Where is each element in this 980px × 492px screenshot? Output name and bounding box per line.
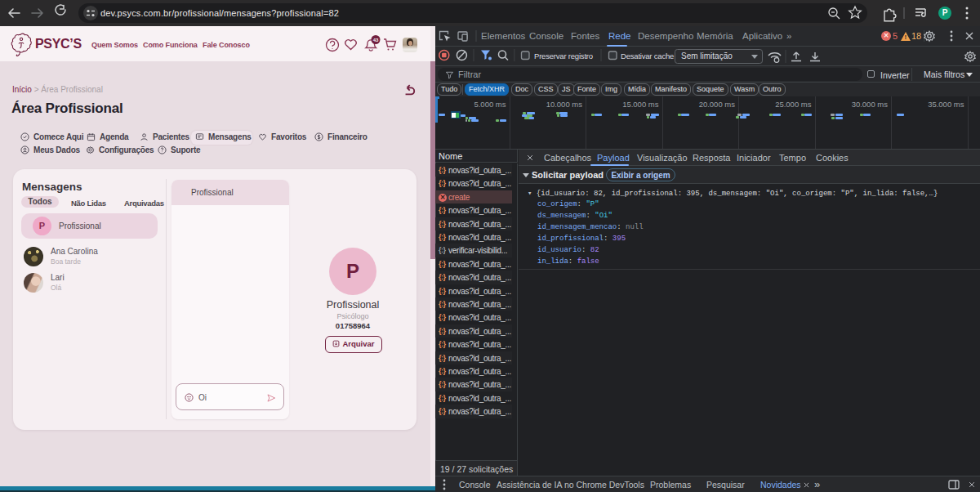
svg-text:43: 43: [373, 38, 379, 42]
